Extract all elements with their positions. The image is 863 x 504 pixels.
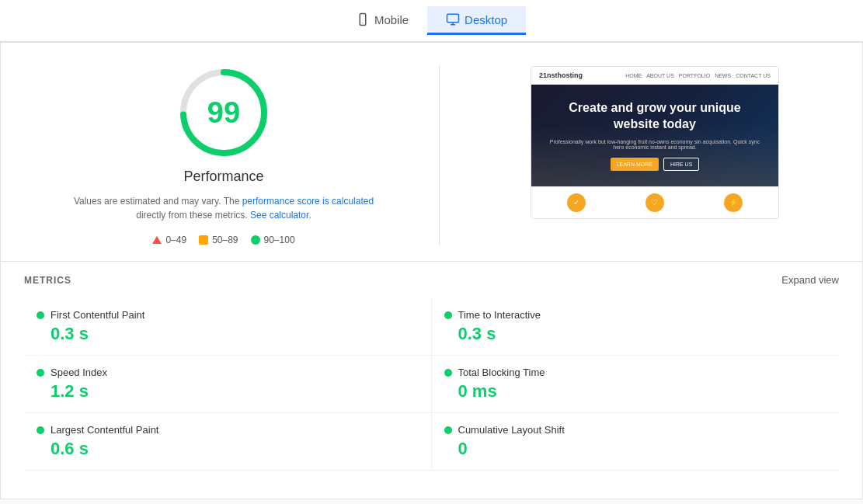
metrics-section: METRICS Expand view First Contentful Pai… <box>1 262 862 483</box>
legend-green: 90–100 <box>251 235 295 245</box>
metric-fcp-name-row: First Contentful Paint <box>37 309 419 321</box>
metric-lcp: Largest Contentful Paint 0.6 s <box>24 413 432 471</box>
tab-mobile[interactable]: Mobile <box>337 6 427 35</box>
score-desc-mid: directly from these metrics. <box>136 210 247 221</box>
metric-tti-name: Time to Interactive <box>458 309 541 321</box>
expand-view-button[interactable]: Expand view <box>781 274 839 286</box>
legend-orange: 50–89 <box>199 235 238 245</box>
metric-tti-name-row: Time to Interactive <box>444 309 827 321</box>
legend-orange-icon <box>199 235 208 245</box>
screenshot-hero-buttons: LEARN MORE HIRE US <box>547 158 763 171</box>
legend-red-icon <box>152 236 162 244</box>
screenshot-nav-links: HOME ABOUT US PORTFOLIO NEWS CONTACT US <box>625 73 771 78</box>
score-see-calc-link[interactable]: See calculator. <box>250 210 311 221</box>
desktop-icon <box>446 12 460 26</box>
screenshot-icon-check: ✓ <box>567 193 586 212</box>
screenshot-wrapper: 21nsthosting HOME ABOUT US PORTFOLIO NEW… <box>531 66 779 219</box>
legend-green-label: 90–100 <box>264 235 295 245</box>
main-content: 99 Performance Values are estimated and … <box>0 42 863 499</box>
nav-contact: CONTACT US <box>736 73 771 78</box>
nav-news: NEWS <box>715 73 731 78</box>
metric-si-dot <box>37 369 44 377</box>
metric-lcp-name: Largest Contentful Paint <box>50 424 158 436</box>
metric-cls-name-row: Cumulative Layout Shift <box>444 424 827 436</box>
nav-about: ABOUT US <box>646 73 674 78</box>
score-label: Performance <box>183 169 263 185</box>
screenshot-brand: 21nsthosting <box>539 71 583 79</box>
screenshot-hire-us-btn[interactable]: HIRE US <box>663 158 699 171</box>
metric-tbt-dot <box>444 369 452 377</box>
svg-rect-2 <box>447 14 459 23</box>
metric-lcp-name-row: Largest Contentful Paint <box>37 424 419 436</box>
screenshot-hero-title: Create and grow your unique website toda… <box>547 100 763 133</box>
metric-tti-value: 0.3 s <box>444 324 827 344</box>
metric-lcp-value: 0.6 s <box>37 439 419 459</box>
tab-mobile-label: Mobile <box>374 13 409 26</box>
screenshot-icons-row: ✓ ♡ ⚡ <box>531 186 778 218</box>
metric-cls-name: Cumulative Layout Shift <box>458 424 565 436</box>
score-description: Values are estimated and may vary. The p… <box>68 194 379 222</box>
score-number: 99 <box>207 96 240 130</box>
metric-tti-dot <box>444 311 452 319</box>
legend-green-icon <box>251 235 260 245</box>
legend-red-label: 0–49 <box>165 235 186 245</box>
screenshot-learn-more-btn[interactable]: LEARN MORE <box>611 158 659 171</box>
tab-desktop[interactable]: Desktop <box>427 6 526 35</box>
screenshot-hero-subtitle: Professionally work but low-hanging frui… <box>547 139 763 150</box>
screenshot-icon-bolt: ⚡ <box>724 193 743 212</box>
tab-desktop-label: Desktop <box>465 13 507 26</box>
metric-si-name: Speed Index <box>50 367 107 378</box>
screenshot-icon-heart: ♡ <box>646 193 664 212</box>
metric-fcp-value: 0.3 s <box>37 324 419 344</box>
metric-tbt: Total Blocking Time 0 ms <box>432 356 840 413</box>
screenshot-icon-3: ⚡ <box>724 193 743 212</box>
metric-tbt-value: 0 ms <box>444 381 827 401</box>
score-left: 99 Performance Values are estimated and … <box>47 66 400 245</box>
metrics-header: METRICS Expand view <box>24 274 839 286</box>
score-calc-link[interactable]: performance score is calculated <box>242 196 374 207</box>
screenshot-icon-1: ✓ <box>567 193 586 212</box>
vertical-divider <box>439 66 440 245</box>
screenshot-right: 21nsthosting HOME ABOUT US PORTFOLIO NEW… <box>478 66 831 219</box>
metric-tti: Time to Interactive 0.3 s <box>432 298 840 356</box>
score-section: 99 Performance Values are estimated and … <box>1 43 862 262</box>
metric-tbt-name-row: Total Blocking Time <box>444 367 827 378</box>
nav-portfolio: PORTFOLIO <box>679 73 710 78</box>
screenshot-hero: Create and grow your unique website toda… <box>531 85 778 186</box>
metric-fcp: First Contentful Paint 0.3 s <box>24 298 432 356</box>
tab-bar: Mobile Desktop <box>0 0 863 42</box>
metric-cls-dot <box>444 426 452 434</box>
metric-lcp-dot <box>37 426 44 434</box>
metrics-title: METRICS <box>24 275 71 286</box>
metric-cls-value: 0 <box>444 439 827 459</box>
metrics-grid: First Contentful Paint 0.3 s Time to Int… <box>24 298 839 471</box>
metric-si-name-row: Speed Index <box>37 367 419 378</box>
screenshot-nav: 21nsthosting HOME ABOUT US PORTFOLIO NEW… <box>531 67 778 85</box>
metric-fcp-name: First Contentful Paint <box>50 309 144 321</box>
legend-red: 0–49 <box>152 235 186 245</box>
legend-orange-label: 50–89 <box>212 235 238 245</box>
metric-tbt-name: Total Blocking Time <box>458 367 545 378</box>
score-legend: 0–49 50–89 90–100 <box>152 235 294 245</box>
svg-rect-0 <box>360 14 366 26</box>
nav-home: HOME <box>625 73 642 78</box>
metric-si: Speed Index 1.2 s <box>24 356 432 413</box>
mobile-icon <box>356 12 370 26</box>
score-circle: 99 <box>177 66 270 159</box>
metric-si-value: 1.2 s <box>37 381 419 401</box>
metric-cls: Cumulative Layout Shift 0 <box>432 413 840 471</box>
hero-mountain-bg <box>531 124 778 186</box>
screenshot-icon-2: ♡ <box>646 193 664 212</box>
metric-fcp-dot <box>37 311 44 319</box>
score-desc-text: Values are estimated and may vary. The <box>74 196 239 207</box>
